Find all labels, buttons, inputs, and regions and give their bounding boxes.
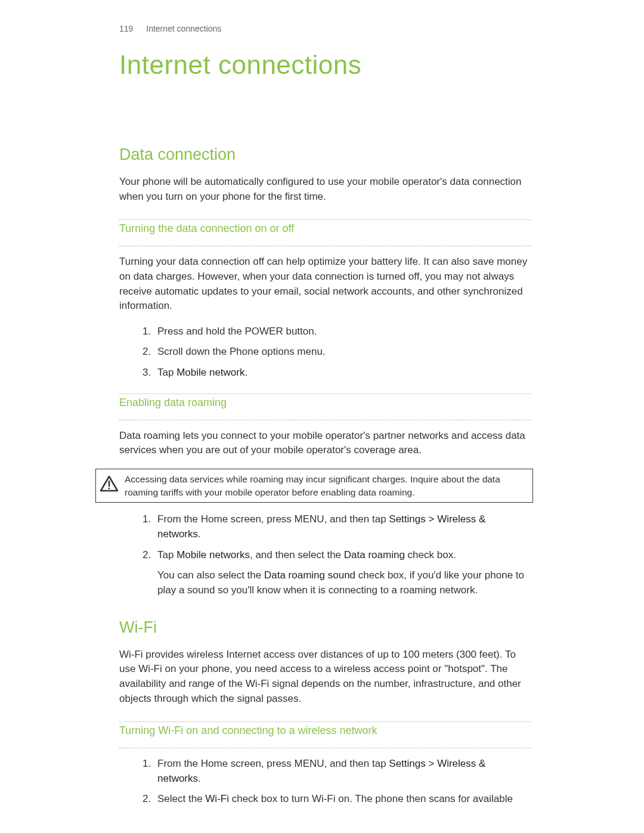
- step-bold: Wi-Fi: [205, 793, 229, 804]
- warning-text: Accessing data services while roaming ma…: [125, 473, 527, 498]
- turning-data-steps: Press and hold the POWER button. Scroll …: [119, 324, 531, 380]
- step-item: Tap Mobile network.: [154, 366, 531, 380]
- step-text: .: [198, 773, 201, 784]
- step-bold: Mobile network: [177, 367, 244, 378]
- page-header: 119 Internet connections: [119, 24, 531, 33]
- data-connection-intro: Your phone will be automatically configu…: [119, 175, 531, 204]
- step-text: .: [244, 367, 247, 378]
- step-text: check box to turn Wi-Fi on. The phone th…: [229, 793, 513, 804]
- wifi-intro: Wi-Fi provides wireless Internet access …: [119, 648, 531, 707]
- step-text: , and then select the: [250, 549, 344, 561]
- step-item: Select the Wi-Fi check box to turn Wi-Fi…: [154, 792, 531, 807]
- warning-icon: [100, 475, 119, 494]
- roaming-steps: From the Home screen, press MENU, and th…: [119, 512, 531, 597]
- step-text: Select the: [157, 793, 205, 804]
- subheading-enabling-roaming: Enabling data roaming: [119, 397, 531, 410]
- page-title: Internet connections: [119, 50, 531, 80]
- wifi-steps: From the Home screen, press MENU, and th…: [119, 757, 531, 807]
- subheading-container: Turning Wi-Fi on and connecting to a wir…: [119, 721, 531, 748]
- document-page: 119 Internet connections Internet connec…: [0, 0, 644, 807]
- step-text: .: [198, 528, 201, 540]
- step-item: Tap Mobile networks, and then select the…: [154, 548, 531, 598]
- enabling-roaming-body: Data roaming lets you connect to your mo…: [119, 429, 531, 458]
- turning-data-body: Turning your data connection off can hel…: [119, 255, 531, 314]
- step-text: Tap: [157, 549, 177, 561]
- subheading-turning-data: Turning the data connection on or off: [119, 222, 531, 236]
- step-item: From the Home screen, press MENU, and th…: [154, 757, 531, 786]
- step-text: Tap: [157, 367, 177, 378]
- subheading-turning-wifi: Turning Wi-Fi on and connecting to a wir…: [119, 724, 531, 738]
- step-text: Press and hold the POWER button.: [157, 326, 317, 337]
- svg-point-1: [109, 488, 110, 490]
- subheading-container: Enabling data roaming: [119, 394, 531, 420]
- step-text: Scroll down the Phone options menu.: [157, 346, 326, 357]
- step-bold: Data roaming: [344, 549, 405, 561]
- page-number: 119: [119, 24, 133, 33]
- step-sub: You can also select the Data roaming sou…: [157, 568, 531, 597]
- step-text: From the Home screen, press MENU, and th…: [157, 758, 389, 769]
- step-bold: Mobile networks: [177, 549, 250, 561]
- step-text: check box.: [405, 549, 456, 561]
- section-heading-data-connection: Data connection: [119, 145, 531, 164]
- step-bold: Data roaming sound: [264, 569, 355, 581]
- step-item: Press and hold the POWER button.: [154, 324, 531, 339]
- section-heading-wifi: Wi-Fi: [119, 618, 531, 637]
- step-text: From the Home screen, press MENU, and th…: [157, 513, 389, 525]
- warning-box: Accessing data services while roaming ma…: [95, 469, 533, 503]
- header-section: Internet connections: [146, 24, 221, 33]
- subheading-container: Turning the data connection on or off: [119, 219, 531, 246]
- step-text: You can also select the: [157, 569, 264, 581]
- step-item: From the Home screen, press MENU, and th…: [154, 512, 531, 541]
- step-item: Scroll down the Phone options menu.: [154, 345, 531, 360]
